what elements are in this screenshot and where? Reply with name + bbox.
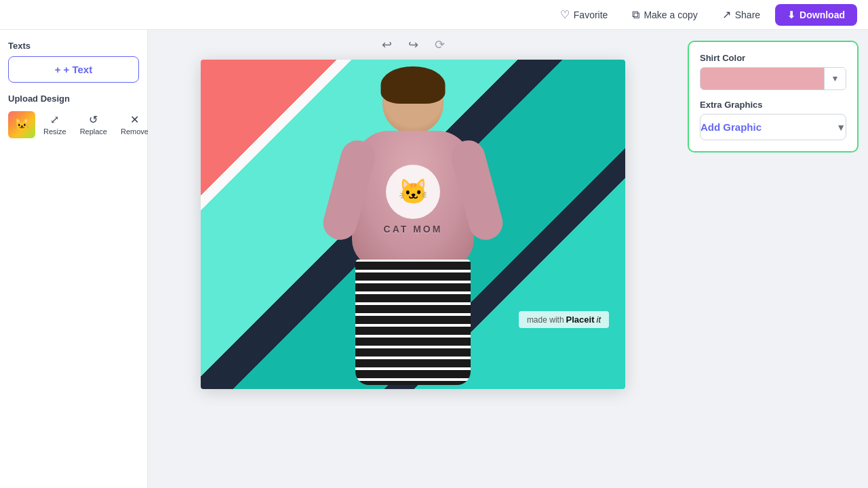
shirt-cat-graphic: 🐱: [386, 165, 440, 219]
texts-section-label: Texts: [8, 41, 139, 51]
texts-section: Texts + + Text: [8, 41, 139, 83]
resize-icon: ⤢: [50, 113, 59, 126]
replace-icon: ↺: [89, 113, 98, 126]
resize-label: Resize: [43, 127, 66, 136]
upload-design-label: Upload Design: [8, 94, 139, 104]
upload-design-section: Upload Design ⤢ Resize ↺ Replace ✕ Remov…: [8, 94, 139, 140]
left-sidebar: Texts + + Text Upload Design ⤢ Resize ↺ …: [0, 30, 148, 488]
refresh-button[interactable]: ⟳: [431, 35, 449, 55]
add-text-button[interactable]: + + Text: [8, 56, 139, 83]
add-graphic-label: Add Graphic: [701, 121, 762, 133]
favorite-label: Favorite: [574, 9, 608, 20]
watermark-brand: Placeit: [566, 314, 595, 325]
person-silhouette: 🐱 CAT MOM: [298, 60, 528, 389]
shirt-color-section: Shirt Color ▼: [700, 53, 846, 90]
add-text-label: + Text: [64, 64, 93, 75]
design-thumbnail: [8, 111, 35, 138]
heart-icon: ♡: [560, 8, 570, 21]
resize-button[interactable]: ⤢ Resize: [38, 109, 72, 140]
copy-icon: ⧉: [632, 9, 639, 21]
add-graphic-button[interactable]: Add Graphic ▼: [700, 114, 846, 140]
shirt-color-label: Shirt Color: [700, 53, 846, 63]
main-area: Texts + + Text Upload Design ⤢ Resize ↺ …: [0, 30, 868, 488]
remove-label: Remove: [121, 127, 149, 136]
download-label: Download: [800, 9, 845, 20]
canvas-wrapper[interactable]: 🐱 CAT MOM made with Placeit it: [201, 60, 625, 389]
cat-mom-text: CAT MOM: [384, 224, 443, 235]
canvas-area: ↩ ↪ ⟳ 🐱: [148, 30, 678, 488]
panel-card: Shirt Color ▼ Extra Graphics Add Graphic…: [688, 41, 859, 152]
hair: [381, 66, 446, 104]
remove-icon: ✕: [130, 113, 139, 126]
color-chevron-icon: ▼: [824, 68, 846, 89]
make-copy-button[interactable]: ⧉ Make a copy: [623, 5, 707, 25]
watermark: made with Placeit it: [519, 311, 609, 328]
share-label: Share: [735, 9, 760, 20]
favorite-button[interactable]: ♡ Favorite: [551, 4, 618, 25]
right-panel: Shirt Color ▼ Extra Graphics Add Graphic…: [678, 30, 868, 488]
extra-graphics-section: Extra Graphics Add Graphic ▼: [700, 100, 846, 140]
redo-button[interactable]: ↪: [404, 35, 422, 55]
extra-graphics-label: Extra Graphics: [700, 100, 846, 110]
shirt-color-select[interactable]: ▼: [700, 67, 846, 90]
upload-design-row: ⤢ Resize ↺ Replace ✕ Remove: [8, 109, 139, 140]
replace-label: Replace: [80, 127, 107, 136]
undo-button[interactable]: ↩: [378, 35, 396, 55]
topbar: ♡ Favorite ⧉ Make a copy ↗ Share ⬇ Downl…: [0, 0, 868, 30]
replace-button[interactable]: ↺ Replace: [75, 109, 113, 140]
plus-icon: +: [55, 64, 61, 75]
share-icon: ↗: [722, 8, 731, 21]
watermark-prefix: made with: [527, 315, 564, 325]
make-copy-label: Make a copy: [644, 9, 697, 20]
share-button[interactable]: ↗ Share: [713, 4, 770, 25]
add-graphic-chevron-icon: ▼: [836, 122, 846, 133]
toolbar-row: ↩ ↪ ⟳: [378, 30, 449, 60]
download-button[interactable]: ⬇ Download: [775, 4, 857, 26]
color-swatch: [701, 68, 824, 89]
pants: [355, 260, 471, 385]
download-icon: ⬇: [787, 9, 795, 20]
